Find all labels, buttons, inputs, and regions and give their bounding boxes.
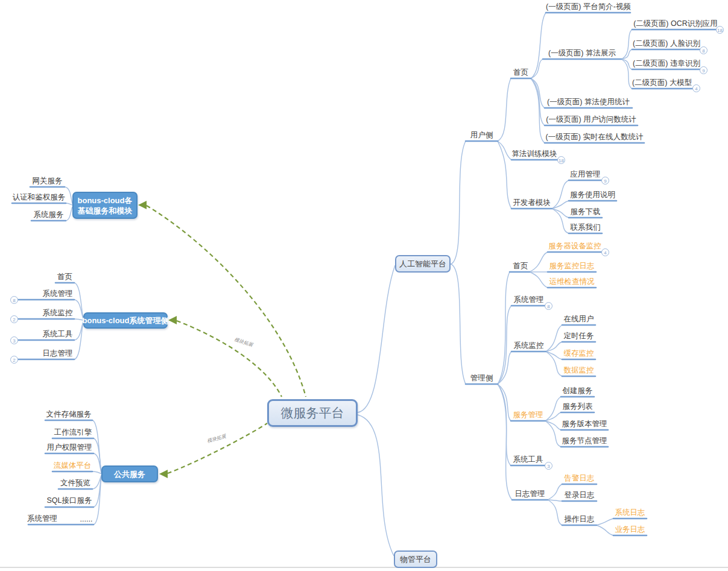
- node-platform-intro-video[interactable]: (一级页面) 平台简介-视频: [546, 1, 630, 12]
- node-pub-file-preview[interactable]: 文件预览: [59, 478, 92, 488]
- node-data-monitor[interactable]: 数据监控: [562, 365, 595, 376]
- count-badge[interactable]: 2: [10, 356, 18, 364]
- node-pub-file-storage[interactable]: 文件存储服务: [45, 409, 92, 420]
- node-admin-system-mgmt[interactable]: 系统管理: [511, 294, 546, 305]
- node-user-side[interactable]: 用户侧: [466, 130, 498, 140]
- node-ops-check-status[interactable]: 运维检查情况: [548, 276, 596, 287]
- node-service-usage-doc[interactable]: 服务使用说明: [569, 189, 616, 200]
- node-user-visit-stats[interactable]: (一级页面) 用户访问数统计: [545, 114, 638, 125]
- node-login-log[interactable]: 登录日志: [562, 490, 597, 500]
- node-contact-us[interactable]: 联系我们: [569, 222, 602, 233]
- node-online-users[interactable]: 在线用户: [562, 314, 595, 324]
- box-base-services[interactable]: bonus-cloud各 基础服务和模块: [72, 192, 138, 219]
- node-l2-system-tools[interactable]: 系统工具: [41, 329, 74, 339]
- node-pub-workflow-engine[interactable]: 工作流引擎: [52, 427, 93, 438]
- count-badge[interactable]: 9: [700, 66, 707, 74]
- node-app-mgmt[interactable]: 应用管理: [569, 169, 602, 180]
- node-l2-system-mgmt[interactable]: 系统管理: [41, 288, 74, 299]
- node-log-mgmt[interactable]: 日志管理: [512, 488, 548, 499]
- node-pub-streaming-platform[interactable]: 流媒体平台: [52, 460, 92, 471]
- node-l2-home[interactable]: 首页: [54, 271, 75, 282]
- node-developer-module[interactable]: 开发者模块: [511, 197, 552, 208]
- node-create-service[interactable]: 创建服务: [561, 385, 594, 396]
- node-gateway-service[interactable]: 网关服务: [30, 175, 65, 186]
- node-alert-log[interactable]: 告警日志: [562, 473, 597, 484]
- node-scheduled-tasks[interactable]: 定时任务: [562, 330, 595, 341]
- node-admin-home[interactable]: 首页: [510, 260, 531, 271]
- node-service-monitor-log[interactable]: 服务监控日志: [548, 260, 596, 271]
- count-badge[interactable]: 4: [692, 84, 700, 92]
- count-badge[interactable]: 8: [10, 296, 18, 304]
- node-property-platform[interactable]: 物管平台: [394, 550, 437, 568]
- central-topic-label: 微服务平台: [281, 405, 344, 421]
- node-system-monitor[interactable]: 系统监控: [511, 340, 546, 351]
- node-user-home[interactable]: 首页: [511, 67, 531, 78]
- box-sysadmin[interactable]: bonus-cloud系统管理侧: [83, 312, 168, 329]
- count-badge[interactable]: 8: [545, 302, 552, 310]
- node-face-recognition[interactable]: (二级页面) 人脸识别: [632, 38, 701, 49]
- node-pub-sql-api[interactable]: SQL接口服务: [45, 495, 93, 506]
- connector-layer: [0, 0, 728, 571]
- node-admin-side[interactable]: 管理侧: [466, 373, 498, 383]
- node-business-log[interactable]: 业务日志: [613, 524, 647, 535]
- count-badge[interactable]: 18: [557, 156, 565, 164]
- node-system-tools[interactable]: 系统工具: [511, 454, 545, 465]
- count-badge[interactable]: 2: [10, 315, 18, 323]
- node-auth-service[interactable]: 认证和鉴权服务: [12, 192, 66, 203]
- node-ai-platform[interactable]: 人工智能平台: [395, 255, 451, 273]
- node-algo-training[interactable]: 算法训练模块: [511, 148, 557, 159]
- count-badge[interactable]: 3: [10, 336, 18, 344]
- count-badge[interactable]: 3: [545, 462, 552, 470]
- node-pub-system-mgmt[interactable]: 系统管理: [24, 513, 60, 524]
- node-system-service[interactable]: 系统服务: [31, 209, 66, 220]
- count-badge[interactable]: 8: [700, 46, 707, 54]
- central-topic[interactable]: 微服务平台: [267, 399, 358, 427]
- node-pub-user-permission[interactable]: 用户权限管理: [45, 442, 93, 453]
- count-badge[interactable]: 18: [716, 26, 724, 34]
- node-system-log[interactable]: 系统日志: [613, 507, 647, 518]
- count-badge[interactable]: 4: [601, 248, 609, 256]
- mindmap-canvas: 微服务平台 人工智能平台 物管平台 用户侧 首页 (一级页面) 平台简介-视频 …: [0, 0, 728, 571]
- node-pub-ellipsis[interactable]: ......: [77, 514, 95, 525]
- box-public-services[interactable]: 公共服务: [101, 465, 158, 482]
- node-l2-log-mgmt[interactable]: 日志管理: [41, 348, 74, 359]
- node-service-version-mgmt[interactable]: 服务版本管理: [561, 418, 608, 429]
- node-service-download[interactable]: 服务下载: [569, 206, 602, 217]
- node-online-count-stats[interactable]: (一级页面) 实时在线人数统计: [545, 131, 644, 142]
- node-service-mgmt[interactable]: 服务管理: [511, 409, 545, 420]
- node-violation-recognition[interactable]: (二级页面) 违章识别: [632, 58, 701, 69]
- node-server-device-monitor[interactable]: 服务器设备监控: [548, 241, 602, 251]
- node-ocr-recognition[interactable]: (二级页面) OCR识别应用: [632, 18, 719, 29]
- node-cache-monitor[interactable]: 缓存监控: [562, 348, 595, 359]
- node-algo-usage-stats[interactable]: (一级页面) 算法使用统计: [545, 96, 632, 107]
- node-service-node-mgmt[interactable]: 服务节点管理: [561, 435, 608, 446]
- node-l2-system-monitor[interactable]: 系统监控: [41, 308, 74, 318]
- node-large-model[interactable]: (二级页面) 大模型: [632, 77, 691, 88]
- count-badge[interactable]: 9: [601, 177, 609, 185]
- node-operation-log[interactable]: 操作日志: [562, 514, 597, 525]
- node-service-list[interactable]: 服务列表: [561, 401, 594, 412]
- node-algo-showcase[interactable]: (一级页面) 算法展示: [543, 48, 621, 58]
